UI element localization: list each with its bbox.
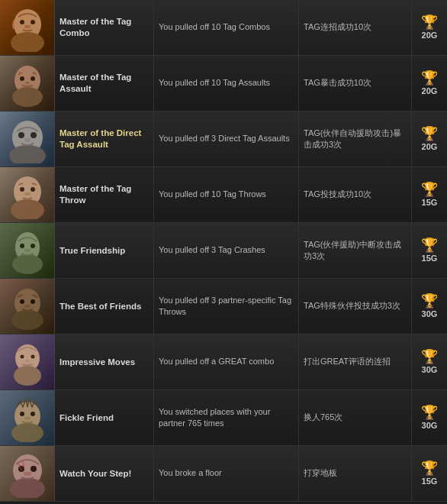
points-cell: 🏆 15G xyxy=(412,167,447,222)
avatar-face xyxy=(0,223,54,278)
achievement-description: You pulled off 3 Direct Tag Assaults xyxy=(159,133,290,144)
svg-point-28 xyxy=(31,299,35,304)
title-cell: Impressive Moves xyxy=(55,334,154,389)
achievement-description: You pulled off 3 Tag Crashes xyxy=(159,244,265,256)
achievement-description: You broke a floor xyxy=(159,467,222,479)
achievement-description: You pulled off 10 Tag Assaults xyxy=(159,77,270,89)
chinese-cell: 打出GREAT评语的连招 xyxy=(299,334,412,389)
svg-rect-14 xyxy=(24,138,31,142)
svg-point-43 xyxy=(31,466,37,472)
svg-rect-44 xyxy=(24,472,31,476)
achievement-row: Impressive Moves You pulled off a GREAT … xyxy=(0,334,447,390)
chinese-cell: TAG投技成功10次 xyxy=(299,167,412,222)
title-cell: Master of the Tag Assault xyxy=(55,56,154,111)
avatar-cell xyxy=(0,279,55,334)
points-cell: 🏆 20G xyxy=(412,111,447,166)
title-cell: Fickle Friend xyxy=(55,390,154,445)
svg-point-23 xyxy=(31,244,35,248)
svg-point-21 xyxy=(12,254,43,274)
points-value: 15G xyxy=(422,198,438,207)
chinese-cell: TAG(伙伴援助)中断攻击成功3次 xyxy=(299,223,412,278)
achievement-title: Impressive Moves xyxy=(59,357,135,368)
svg-point-18 xyxy=(31,187,35,192)
points-value: 15G xyxy=(422,477,438,486)
svg-point-16 xyxy=(11,199,44,219)
chinese-cell: TAG暴击成功10次 xyxy=(299,56,412,111)
achievement-title: The Best of Friends xyxy=(59,301,141,312)
points-cell: 🏆 30G xyxy=(412,390,447,445)
svg-point-37 xyxy=(20,412,24,416)
svg-rect-34 xyxy=(25,360,30,362)
chinese-cell: TAG(伙伴自动援助攻击)暴击成功3次 xyxy=(299,111,412,166)
trophy-icon: 🏆 xyxy=(421,71,438,85)
svg-point-7 xyxy=(20,76,24,81)
achievement-chinese: 换人765次 xyxy=(304,412,342,423)
svg-point-36 xyxy=(11,423,43,442)
svg-point-33 xyxy=(31,355,34,359)
points-value: 15G xyxy=(422,254,438,263)
achievement-chinese: TAG暴击成功10次 xyxy=(304,77,371,89)
svg-rect-9 xyxy=(25,82,30,84)
chinese-cell: 换人765次 xyxy=(299,390,412,445)
chinese-cell: TAG连招成功10次 xyxy=(299,0,412,55)
achievement-row: Master of the Tag Combo You pulled off 1… xyxy=(0,0,447,56)
trophy-icon: 🏆 xyxy=(421,461,438,475)
points-cell: 🏆 20G xyxy=(412,0,447,55)
avatar-face xyxy=(0,0,54,55)
achievement-row: Master of the Tag Throw You pulled off 1… xyxy=(0,167,447,223)
achievement-title: Watch Your Step! xyxy=(59,468,131,480)
points-value: 20G xyxy=(422,31,438,40)
achievement-row: Master of the Direct Tag Assault You pul… xyxy=(0,111,447,167)
desc-cell: You switched places with your partner 76… xyxy=(154,390,299,445)
svg-point-26 xyxy=(11,310,43,330)
desc-cell: You pulled off 3 Tag Crashes xyxy=(154,223,299,278)
avatar-face xyxy=(0,167,54,222)
svg-point-13 xyxy=(31,132,37,138)
chinese-cell: 打穿地板 xyxy=(299,446,412,501)
achievement-description: You pulled off 3 partner-specific Tag Th… xyxy=(159,295,294,318)
trophy-icon: 🏆 xyxy=(421,15,438,29)
achievement-chinese: TAG连招成功10次 xyxy=(304,21,371,33)
title-cell: True Friendship xyxy=(55,223,154,278)
desc-cell: You pulled off a GREAT combo xyxy=(154,334,299,389)
avatar-cell xyxy=(0,446,55,501)
avatar-face xyxy=(0,334,54,389)
trophy-icon: 🏆 xyxy=(421,238,438,252)
achievement-description: You pulled off a GREAT combo xyxy=(159,356,274,367)
achievement-chinese: TAG特殊伙伴投技成功3次 xyxy=(304,300,400,312)
achievement-description: You pulled off 10 Tag Combos xyxy=(159,21,270,33)
title-cell: Watch Your Step! xyxy=(55,446,154,501)
desc-cell: You pulled off 3 Direct Tag Assaults xyxy=(154,111,299,166)
trophy-icon: 🏆 xyxy=(421,127,438,141)
avatar-face xyxy=(0,279,54,334)
title-cell: Master of the Tag Throw xyxy=(55,167,154,222)
points-cell: 🏆 30G xyxy=(412,334,447,389)
trophy-icon: 🏆 xyxy=(421,183,438,196)
avatar-cell xyxy=(0,390,55,445)
points-value: 20G xyxy=(422,142,438,151)
avatar-cell xyxy=(0,111,55,166)
avatar-face xyxy=(0,111,54,166)
svg-point-2 xyxy=(20,20,24,24)
achievement-list: Master of the Tag Combo You pulled off 1… xyxy=(0,0,447,502)
svg-point-32 xyxy=(20,355,24,359)
achievement-description: You pulled off 10 Tag Throws xyxy=(159,189,266,200)
avatar-cell xyxy=(0,56,55,111)
achievement-title: Master of the Tag Throw xyxy=(59,183,149,206)
achievement-chinese: TAG(伙伴自动援助攻击)暴击成功3次 xyxy=(304,128,407,151)
avatar-face xyxy=(0,446,54,501)
avatar-face xyxy=(0,56,54,111)
points-cell: 🏆 20G xyxy=(412,56,447,111)
desc-cell: You pulled off 10 Tag Combos xyxy=(154,0,299,55)
svg-point-6 xyxy=(12,87,43,107)
svg-point-31 xyxy=(14,366,41,386)
points-cell: 🏆 15G xyxy=(412,446,447,501)
trophy-icon: 🏆 xyxy=(421,350,438,363)
trophy-icon: 🏆 xyxy=(421,405,438,419)
title-cell: Master of the Tag Combo xyxy=(55,0,154,55)
points-cell: 🏆 30G xyxy=(412,279,447,334)
svg-point-3 xyxy=(31,20,35,24)
achievement-title: Master of the Tag Assault xyxy=(59,72,149,95)
achievement-title: Fickle Friend xyxy=(59,412,114,424)
achievement-title: True Friendship xyxy=(59,245,125,257)
